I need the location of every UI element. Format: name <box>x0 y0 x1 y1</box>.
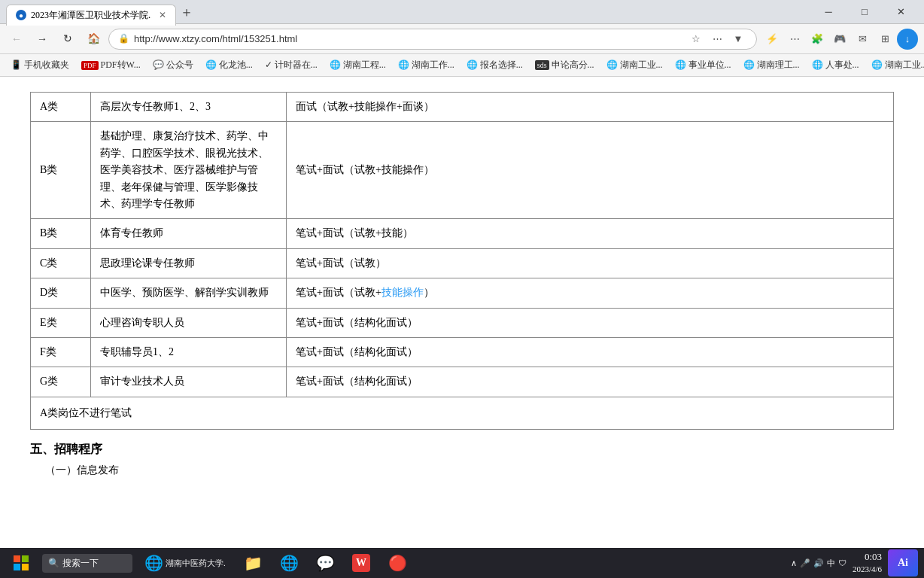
browser-tab[interactable]: ● 2023年湘潭医卫职业技术学院... ✕ <box>6 5 176 26</box>
close-button[interactable]: ✕ <box>883 0 918 24</box>
tray-speaker: 🔊 <box>813 558 824 568</box>
exam-cell: 笔试+面试（结构化面试） <box>287 367 894 397</box>
tool3-button[interactable]: 🎮 <box>829 29 850 50</box>
tab-close-btn[interactable]: ✕ <box>159 10 166 21</box>
category-cell: D类 <box>31 278 91 308</box>
bookmark-hngy1-icon: 🌐 <box>606 59 618 71</box>
bookmark-hnlg[interactable]: 🌐 湖南理工... <box>739 57 804 73</box>
bookmark-rsc-icon: 🌐 <box>812 59 823 71</box>
position-cell: 高层次专任教师1、2、3 <box>91 93 287 122</box>
category-cell: F类 <box>31 337 91 367</box>
bookmark-mobile-icon: 📱 <box>11 59 22 71</box>
bookmark-rsc-label: 人事处... <box>825 59 859 71</box>
dropdown-button[interactable]: ▼ <box>729 30 747 48</box>
taskbar-word-icon: W <box>352 554 370 572</box>
exam-cell: 笔试+面试（试教） <box>287 248 894 278</box>
bookmark-shiye[interactable]: 🌐 事业单位... <box>670 57 736 73</box>
address-bar: ← → ↻ 🏠 🔒 http://www.xtzy.com/html/15325… <box>0 24 924 54</box>
refresh-button[interactable]: ↻ <box>57 29 78 50</box>
taskbar-wechat-icon: 💬 <box>316 554 334 572</box>
bookmark-timer-icon: ✓ <box>265 59 272 71</box>
bookmark-timer[interactable]: ✓ 计时器在... <box>260 57 322 73</box>
taskbar-browser-item[interactable]: 🌐 湖南中医药大学... <box>138 551 232 575</box>
star-button[interactable]: ☆ <box>687 30 705 48</box>
taskbar-folder[interactable]: 📁 <box>238 551 268 575</box>
start-button[interactable] <box>6 549 36 576</box>
taskbar-app6-icon: 🔴 <box>388 554 406 572</box>
ai-button[interactable]: Ai <box>888 549 918 576</box>
main-content: A类 高层次专任教师1、2、3 面试（试教+技能操作+面谈） B类 基础护理、康… <box>0 77 924 548</box>
bookmark-shiye-icon: 🌐 <box>675 59 686 71</box>
tab-label: 2023年湘潭医卫职业技术学院... <box>31 9 151 22</box>
table-row: F类 专职辅导员1、2 笔试+面试（结构化面试） <box>31 337 894 367</box>
back-button[interactable]: ← <box>6 29 27 50</box>
category-cell: B类 <box>31 122 91 219</box>
bookmark-shenlun-label: 申论高分... <box>552 59 594 71</box>
bookmark-pdf-icon: PDF <box>81 61 99 70</box>
svg-rect-1 <box>22 555 29 562</box>
sub-title: （一）信息发布 <box>45 464 894 477</box>
download-button[interactable]: ↓ <box>897 29 918 50</box>
bookmark-hualong-label: 化龙池... <box>219 59 253 71</box>
category-cell: B类 <box>31 219 91 248</box>
bookmark-hngz[interactable]: 🌐 湖南工作... <box>394 57 459 73</box>
bookmark-hngc-icon: 🌐 <box>330 59 341 71</box>
taskbar-search[interactable]: 🔍 搜索一下 <box>42 554 132 573</box>
position-cell: 基础护理、康复治疗技术、药学、中药学、口腔医学技术、眼视光技术、医学美容技术、医… <box>91 122 287 219</box>
bookmark-mobile[interactable]: 📱 手机收藏夹 <box>6 57 74 73</box>
taskbar-word[interactable]: W <box>346 551 376 575</box>
table-row: B类 基础护理、康复治疗技术、药学、中药学、口腔医学技术、眼视光技术、医学美容技… <box>31 122 894 219</box>
more-button[interactable]: ⋯ <box>708 30 726 48</box>
url-bar[interactable]: 🔒 http://www.xtzy.com/html/153251.html ☆… <box>108 29 757 50</box>
tray-arrow[interactable]: ∧ <box>791 558 797 568</box>
bookmark-shenlun-icon: sds <box>535 60 549 70</box>
bookmark-baoming[interactable]: 🌐 报名选择... <box>462 57 527 73</box>
new-tab-button[interactable]: ＋ <box>176 2 197 23</box>
bookmark-rsc[interactable]: 🌐 人事处... <box>807 57 864 73</box>
home-button[interactable]: 🏠 <box>83 29 104 50</box>
bookmark-baoming-icon: 🌐 <box>467 59 478 71</box>
bookmark-hngy2[interactable]: 🌐 湖南工业... <box>867 57 924 73</box>
recruitment-table: A类 高层次专任教师1、2、3 面试（试教+技能操作+面谈） B类 基础护理、康… <box>30 92 894 430</box>
tab-bar: ● 2023年湘潭医卫职业技术学院... ✕ ＋ <box>6 0 197 24</box>
window-controls: ─ □ ✕ <box>811 0 918 24</box>
clock-time: 0:03 <box>853 550 882 564</box>
category-cell: G类 <box>31 367 91 397</box>
category-cell: C类 <box>31 248 91 278</box>
taskbar-folder-icon: 📁 <box>244 554 262 572</box>
extensions-button[interactable]: ⚡ <box>761 29 783 50</box>
bookmark-hualong-icon: 🌐 <box>205 59 217 71</box>
position-cell: 中医学、预防医学、解剖学实训教师 <box>91 278 287 308</box>
title-bar: ● 2023年湘潭医卫职业技术学院... ✕ ＋ ─ □ ✕ <box>0 0 924 24</box>
bookmark-pdf[interactable]: PDF PDF转W... <box>77 57 145 73</box>
bookmark-shenlun[interactable]: sds 申论高分... <box>530 57 599 73</box>
bookmark-hngy1[interactable]: 🌐 湖南工业... <box>602 57 667 73</box>
taskbar-wechat[interactable]: 💬 <box>310 551 340 575</box>
forward-button[interactable]: → <box>32 29 53 50</box>
maximize-button[interactable]: □ <box>847 0 882 24</box>
minimize-button[interactable]: ─ <box>811 0 846 24</box>
tool4-button[interactable]: ✉ <box>852 29 873 50</box>
tray-lang[interactable]: 中 <box>827 558 835 569</box>
position-cell: 审计专业技术人员 <box>91 367 287 397</box>
more-options-button[interactable]: ⋯ <box>784 29 805 50</box>
bookmark-hnlg-label: 湖南理工... <box>757 59 800 71</box>
tool5-button[interactable]: ⊞ <box>874 29 895 50</box>
table-row: C类 思政理论课专任教师 笔试+面试（试教） <box>31 248 894 278</box>
bookmark-hualong[interactable]: 🌐 化龙池... <box>201 57 257 73</box>
bookmark-weixin[interactable]: 💬 公众号 <box>148 57 198 73</box>
exam-cell: 笔试+面试（结构化面试） <box>287 337 894 367</box>
section-title: 五、招聘程序 <box>30 442 894 458</box>
tray-shield: 🛡 <box>838 558 846 567</box>
taskbar-app6[interactable]: 🔴 <box>382 551 412 575</box>
bookmark-hngc[interactable]: 🌐 湖南工程... <box>325 57 391 73</box>
note-row: A类岗位不进行笔试 <box>31 397 894 429</box>
system-clock[interactable]: 0:03 2023/4/6 <box>853 550 882 576</box>
extensions2-button[interactable]: 🧩 <box>807 29 828 50</box>
bookmark-weixin-label: 公众号 <box>166 59 193 71</box>
table-row: G类 审计专业技术人员 笔试+面试（结构化面试） <box>31 367 894 397</box>
taskbar-edge[interactable]: 🌐 <box>274 551 304 575</box>
exam-cell: 笔试+面试（结构化面试） <box>287 308 894 337</box>
bookmark-hngc-label: 湖南工程... <box>343 59 386 71</box>
exam-cell: 笔试+面试（试教+技能操作） <box>287 278 894 308</box>
